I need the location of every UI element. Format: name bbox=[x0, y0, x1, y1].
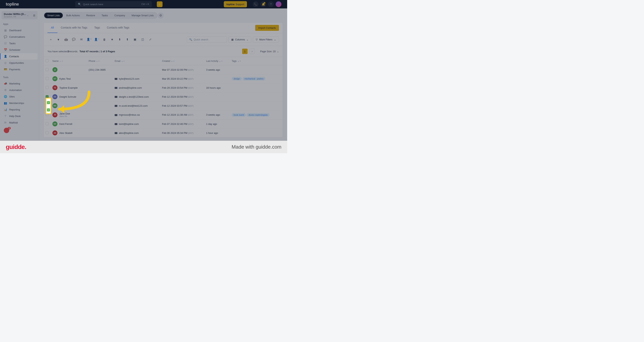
sidebar-item-mailfold[interactable]: ✉Mailfold bbox=[2, 119, 38, 126]
app-badge[interactable]: 6 bbox=[4, 128, 9, 133]
main-tab[interactable]: Smart Lists bbox=[44, 13, 63, 18]
row-checkbox[interactable] bbox=[46, 113, 49, 116]
row-checkbox[interactable] bbox=[46, 122, 49, 125]
page-size-select[interactable]: Page Size: 20 ⌄ bbox=[260, 50, 279, 53]
search-placeholder: Quick search here bbox=[83, 3, 140, 6]
add-icon[interactable]: ＋ bbox=[48, 36, 54, 43]
main-tab[interactable]: Manage Smart Lists bbox=[128, 13, 157, 18]
bell-icon[interactable]: 🔔 bbox=[260, 1, 266, 7]
row-checkbox[interactable] bbox=[46, 86, 49, 89]
phone-icon[interactable]: 📞 bbox=[253, 1, 258, 7]
table-row[interactable]: ✓MSm.scott.test@test123.comFeb 12 2024 0… bbox=[44, 101, 283, 110]
row-checkbox[interactable] bbox=[46, 68, 49, 71]
panel-icon[interactable]: ▥ bbox=[33, 14, 35, 17]
sub-tab[interactable]: Contacts with No Tags bbox=[58, 22, 91, 33]
sidebar-item-contacts[interactable]: 👤Contacts bbox=[0, 53, 38, 60]
filter-icon[interactable]: ▼ bbox=[55, 36, 62, 43]
trash-icon[interactable]: 🗑 bbox=[101, 36, 108, 43]
sidebar-item-memberships[interactable]: 👥Memberships bbox=[2, 100, 38, 106]
sidebar-item-help desk[interactable]: ?Help Desk bbox=[2, 113, 38, 119]
sidebar-item-marketing[interactable]: 📣Marketing bbox=[2, 80, 38, 87]
sub-tab[interactable]: Tags bbox=[91, 22, 104, 33]
robot-icon[interactable]: 🤖 bbox=[63, 36, 69, 43]
table-row[interactable]: KTKyles Testkyle@test123.comMar 05 2024 … bbox=[44, 74, 283, 83]
tag-pill[interactable]: design bbox=[232, 77, 242, 80]
user-avatar[interactable] bbox=[276, 1, 282, 7]
table-row[interactable]: TETopline Exampleandrea@topline.comFeb 2… bbox=[44, 83, 283, 92]
select-all-checkbox[interactable] bbox=[46, 59, 49, 62]
table-row[interactable]: KFKent Ferrellkent@topline.comFeb 07 202… bbox=[44, 120, 283, 128]
account-selector[interactable]: Dunder Mifflin [D... Scranton, PA ⌄ ▥ bbox=[2, 11, 38, 19]
import-contacts-button[interactable]: Import Contacts bbox=[255, 25, 279, 31]
sidebar-item-scheduler[interactable]: 📅Scheduler bbox=[2, 46, 38, 53]
sidebar-item-tasks[interactable]: ☑Tasks bbox=[2, 40, 38, 46]
remove-user-icon[interactable]: 👤⁻ bbox=[94, 36, 100, 43]
contact-tabs: AllContacts with No TagsTagsContacts wit… bbox=[44, 22, 283, 33]
table-row[interactable]: ✓DSDwight Schrutedwight.s.test@123test.c… bbox=[44, 92, 283, 101]
columns-icon[interactable]: ◫ bbox=[139, 36, 146, 43]
table-search[interactable]: 🔍 Quick search bbox=[187, 36, 227, 43]
global-search[interactable]: 🔍 Quick search here Ctrl + K bbox=[75, 1, 152, 7]
card-icon[interactable]: ▣ bbox=[132, 36, 138, 43]
sub-tab[interactable]: All bbox=[48, 22, 58, 33]
help-icon[interactable]: ? bbox=[268, 1, 274, 7]
mail-icon bbox=[115, 123, 117, 125]
download-icon[interactable]: ⬇ bbox=[116, 36, 123, 43]
main-tab[interactable]: Restore bbox=[83, 13, 98, 18]
mail-icon bbox=[115, 114, 117, 116]
bolt-button[interactable]: ⚡ bbox=[157, 1, 162, 7]
sidebar-item-sites[interactable]: 🌐Sites bbox=[2, 93, 38, 100]
column-header[interactable]: Tags▲▼ bbox=[230, 57, 283, 65]
support-button[interactable]: topline Support bbox=[224, 1, 247, 7]
sidebar-item-dashboard[interactable]: ▦Dashboard bbox=[2, 27, 38, 34]
row-checkbox[interactable]: ✓ bbox=[46, 104, 49, 107]
next-page[interactable]: › bbox=[250, 49, 255, 54]
tag-pill[interactable]: doctor-nephrologists bbox=[246, 113, 270, 116]
avatar: MS bbox=[52, 103, 58, 108]
column-header[interactable]: Last Activity▲▼ bbox=[204, 57, 230, 65]
row-checkbox[interactable] bbox=[46, 131, 49, 134]
row-checkbox[interactable]: ✓ bbox=[46, 95, 49, 98]
nav-icon: 📊 bbox=[4, 108, 7, 111]
nav-icon: ✉ bbox=[4, 121, 7, 124]
nav-icon: 📣 bbox=[4, 82, 7, 85]
footer-bar: guidde. Made with guidde.com bbox=[0, 141, 287, 153]
chevron-down-icon: ⌄ bbox=[274, 38, 276, 41]
avatar: KF bbox=[52, 122, 58, 126]
row-checkbox[interactable] bbox=[46, 77, 49, 80]
columns-button[interactable]: ▦ Columns ⌄ bbox=[228, 36, 251, 43]
main-tab[interactable]: Tasks bbox=[98, 13, 111, 18]
tag-pill[interactable]: book event bbox=[232, 113, 246, 116]
add-user-icon[interactable]: 👤⁺ bbox=[86, 36, 92, 43]
nav-icon: ⚙ bbox=[4, 88, 7, 92]
settings-tab-icon[interactable]: ⚙ bbox=[158, 12, 164, 18]
star-icon[interactable]: ★ bbox=[109, 36, 115, 43]
tag-pill[interactable]: mechanical - padres bbox=[242, 77, 265, 80]
mail-icon bbox=[115, 105, 117, 107]
sidebar-item-opportunities[interactable]: ◎Opportunities bbox=[2, 60, 38, 66]
search-icon: 🔍 bbox=[189, 38, 192, 41]
column-header[interactable]: Name▲▼ bbox=[50, 57, 87, 65]
column-header[interactable]: Created▲▼ bbox=[160, 57, 204, 65]
main-tab[interactable]: Bulk Actions bbox=[63, 13, 83, 18]
column-header[interactable]: Email▲▼ bbox=[113, 57, 160, 65]
column-header[interactable]: Phone▲▼ bbox=[87, 57, 113, 65]
selection-bar: You have selected 3 records. Total 47 re… bbox=[44, 46, 283, 57]
more-filters-button[interactable]: ▽ More Filters ⌄ bbox=[253, 36, 279, 43]
table-row[interactable]: (2(331) 234-3685Mar 07 2024 02:09 PM (ES… bbox=[44, 65, 283, 74]
mail-icon[interactable]: ✉ bbox=[78, 36, 84, 43]
table-row[interactable]: ASAlex Skatellalex@topline.comFeb 06 202… bbox=[44, 128, 283, 138]
sidebar-item-reporting[interactable]: 📊Reporting bbox=[2, 106, 38, 113]
sidebar-item-payments[interactable]: 💳Payments bbox=[2, 66, 38, 72]
collapse-icon[interactable]: ⤢ bbox=[147, 36, 154, 43]
page-1[interactable]: 1 bbox=[242, 49, 248, 54]
main-tab[interactable]: Company bbox=[112, 13, 128, 18]
upload-icon[interactable]: ⬆ bbox=[124, 36, 130, 43]
nav-icon: ☑ bbox=[4, 42, 7, 45]
chevron-down-icon: ⌄ bbox=[27, 14, 29, 17]
message-icon[interactable]: 💬 bbox=[70, 36, 77, 43]
table-row[interactable]: JDJane DoeJane Domgrosso@nbuc.caFeb 12 2… bbox=[44, 110, 283, 120]
sub-tab[interactable]: Contacts with Tags bbox=[104, 22, 133, 33]
sidebar-item-conversations[interactable]: 💬Conversations bbox=[2, 34, 38, 40]
sidebar-item-automation[interactable]: ⚙Automation bbox=[2, 87, 38, 93]
